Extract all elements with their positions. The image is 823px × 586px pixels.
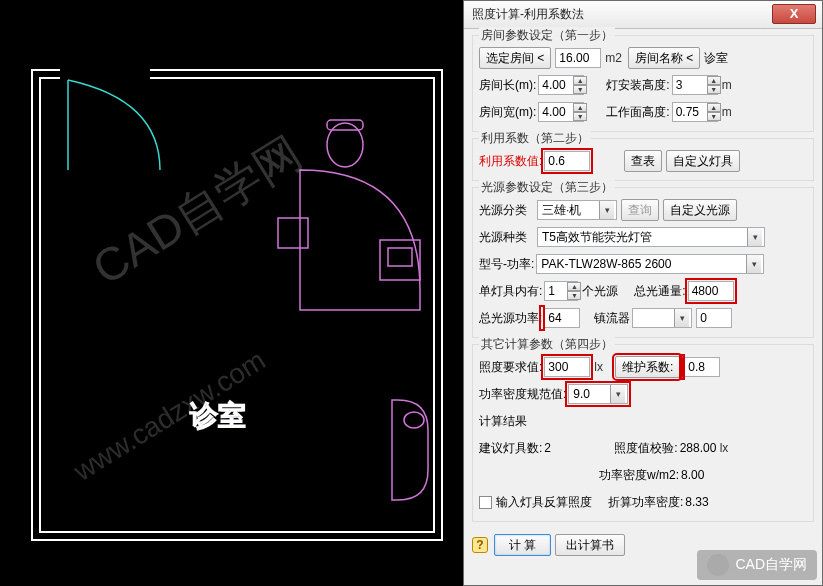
source-class-select[interactable]: 三雄·机: [537, 200, 617, 220]
room-width-label: 房间宽(m):: [479, 104, 536, 121]
group-light-source-title: 光源参数设定（第三步）: [479, 179, 615, 196]
suggest-count-label: 建议灯具数:: [479, 440, 542, 457]
source-class-label: 光源分类: [479, 202, 527, 219]
reduced-density-value: 8.33: [685, 495, 725, 509]
calculate-button[interactable]: 计 算: [494, 534, 551, 556]
wh-up-icon[interactable]: ▲: [707, 103, 721, 112]
power-density-result-value: 8.00: [681, 468, 721, 482]
illuminance-dialog: 照度计算-利用系数法 X 房间参数设定（第一步） 选定房间 < m2 房间名称 …: [463, 0, 823, 586]
back-calc-label: 输入灯具反算照度: [496, 494, 592, 511]
ballast-value-input[interactable]: [696, 308, 732, 328]
brand-overlay: CAD自学网: [697, 550, 817, 580]
total-flux-label: 总光通量:: [634, 283, 685, 300]
area-unit: m2: [605, 51, 622, 65]
power-density-result-label: 功率密度w/m2:: [599, 467, 679, 484]
lux-unit: lx: [594, 360, 603, 374]
suggest-count-value: 2: [544, 441, 584, 455]
custom-fixture-button[interactable]: 自定义灯具: [666, 150, 740, 172]
dialog-titlebar[interactable]: 照度计算-利用系数法 X: [464, 1, 822, 29]
pf-up-icon[interactable]: ▲: [567, 282, 581, 291]
svg-point-9: [404, 412, 424, 428]
maint-coef-button[interactable]: 维护系数:: [615, 356, 680, 378]
lux-check-unit: lx: [720, 441, 729, 455]
work-height-unit: m: [722, 105, 732, 119]
group-room-params-title: 房间参数设定（第一步）: [479, 27, 615, 44]
lux-req-input[interactable]: [544, 357, 590, 377]
pf-down-icon[interactable]: ▼: [567, 291, 581, 300]
cad-canvas[interactable]: 诊室 CAD自学网 www.cadzxw.com: [0, 0, 463, 586]
len-down-icon[interactable]: ▼: [573, 85, 587, 94]
len-up-icon[interactable]: ▲: [573, 76, 587, 85]
total-flux-input[interactable]: [688, 281, 734, 301]
brand-overlay-text: CAD自学网: [735, 556, 807, 574]
ih-down-icon[interactable]: ▼: [707, 85, 721, 94]
model-power-label: 型号-功率:: [479, 256, 534, 273]
group-other-params-title: 其它计算参数（第四步）: [479, 336, 615, 353]
svg-rect-1: [40, 78, 434, 532]
custom-source-button[interactable]: 自定义光源: [663, 199, 737, 221]
lux-req-label: 照度要求值:: [479, 359, 542, 376]
group-light-source: 光源参数设定（第三步） 光源分类 三雄·机 查询 自定义光源 光源种类 T5高效…: [472, 187, 814, 338]
util-coef-input[interactable]: [544, 151, 590, 171]
w-up-icon[interactable]: ▲: [573, 103, 587, 112]
room-area-input[interactable]: [555, 48, 601, 68]
back-calc-checkbox[interactable]: [479, 496, 492, 509]
ballast-select[interactable]: [632, 308, 692, 328]
result-title: 计算结果: [479, 413, 527, 430]
close-button[interactable]: X: [772, 4, 816, 24]
reduced-density-label: 折算功率密度:: [608, 494, 683, 511]
help-icon[interactable]: ?: [472, 537, 488, 553]
power-density-label: 功率密度规范值:: [479, 386, 566, 403]
work-height-label: 工作面高度:: [606, 104, 669, 121]
group-util-coef-title: 利用系数（第二步）: [479, 130, 591, 147]
power-density-select[interactable]: 9.0: [568, 384, 628, 404]
install-height-unit: m: [722, 78, 732, 92]
source-type-label: 光源种类: [479, 229, 527, 246]
select-room-button[interactable]: 选定房间 <: [479, 47, 551, 69]
svg-rect-2: [60, 62, 150, 80]
w-down-icon[interactable]: ▼: [573, 112, 587, 121]
lookup-table-button[interactable]: 查表: [624, 150, 662, 172]
maint-coef-input[interactable]: [684, 357, 720, 377]
group-util-coef: 利用系数（第二步） 利用系数值: 查表 自定义灯具: [472, 138, 814, 181]
room-name-button[interactable]: 房间名称 <: [628, 47, 700, 69]
room-label: 诊室: [190, 400, 246, 431]
wh-down-icon[interactable]: ▼: [707, 112, 721, 121]
room-length-label: 房间长(m):: [479, 77, 536, 94]
total-power-label: 总光源功率:: [479, 310, 542, 327]
ballast-label: 镇流器: [594, 310, 630, 327]
svg-rect-0: [32, 70, 442, 540]
group-other-params: 其它计算参数（第四步） 照度要求值: lx 维护系数: 功率密度规范值: 9.0…: [472, 344, 814, 522]
lux-check-label: 照度值校验:: [614, 440, 677, 457]
svg-rect-7: [380, 240, 420, 280]
avatar-icon: [707, 554, 729, 576]
export-calc-button[interactable]: 出计算书: [555, 534, 625, 556]
per-fixture-unit: 个光源: [582, 283, 618, 300]
total-power-input[interactable]: [544, 308, 580, 328]
group-room-params: 房间参数设定（第一步） 选定房间 < m2 房间名称 < 诊室 房间长(m): …: [472, 35, 814, 132]
per-fixture-label: 单灯具内有:: [479, 283, 542, 300]
ih-up-icon[interactable]: ▲: [707, 76, 721, 85]
dialog-title: 照度计算-利用系数法: [472, 6, 584, 23]
svg-rect-8: [388, 248, 412, 266]
room-name-value: 诊室: [704, 50, 744, 67]
install-height-label: 灯安装高度:: [606, 77, 669, 94]
query-button[interactable]: 查询: [621, 199, 659, 221]
lux-check-value: 288.00: [680, 441, 720, 455]
svg-rect-6: [278, 218, 308, 248]
model-power-select[interactable]: PAK-TLW28W-865 2600: [536, 254, 764, 274]
util-coef-label: 利用系数值:: [479, 153, 542, 170]
source-type-select[interactable]: T5高效节能荧光灯管: [537, 227, 765, 247]
